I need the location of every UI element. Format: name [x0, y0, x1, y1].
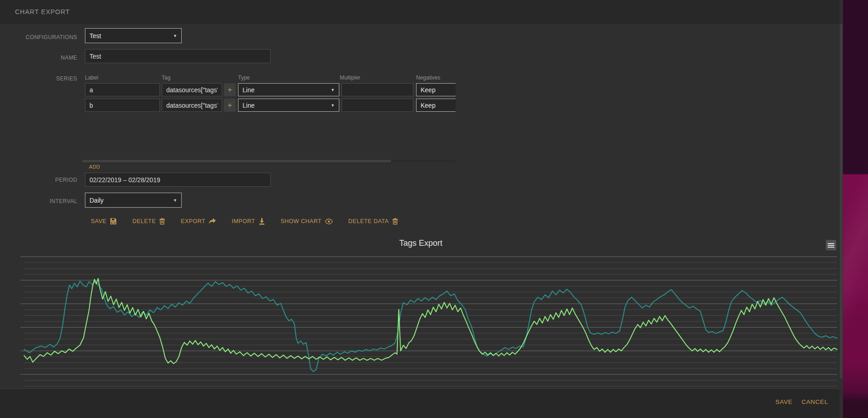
- series-col-negatives: Negatives: [416, 75, 440, 81]
- series-horizontal-scrollbar[interactable]: [82, 160, 456, 162]
- delete-config-button[interactable]: DELETE: [132, 218, 165, 225]
- chart-context-menu-button[interactable]: [826, 240, 836, 250]
- series-row-label-input[interactable]: [85, 83, 160, 96]
- series-col-multiplier: Multipler: [340, 75, 360, 81]
- interval-select-value: Daily: [89, 197, 104, 204]
- series-col-label: Label: [85, 75, 98, 81]
- series-line-a: [24, 281, 837, 372]
- name-label: NAME: [0, 55, 77, 61]
- background-wallpaper-strip: [843, 0, 868, 418]
- plus-icon: +: [228, 101, 232, 109]
- chart-export-panel: CHART EXPORT CONFIGURATIONS Test ▼ NAME …: [0, 0, 839, 418]
- delete-data-button[interactable]: DELETE DATA: [348, 218, 398, 225]
- save-config-label: SAVE: [91, 218, 106, 224]
- period-label: PERIOD: [0, 177, 77, 183]
- series-label: SERIES: [0, 75, 77, 82]
- cancel-button[interactable]: CANCEL: [802, 398, 828, 405]
- trash-icon: [159, 218, 165, 225]
- add-tag-button[interactable]: +: [224, 99, 236, 112]
- header-bar: CHART EXPORT: [0, 0, 839, 24]
- series-multiplier-input[interactable]: [342, 99, 413, 112]
- series-row-tag-input[interactable]: [162, 83, 222, 96]
- configurations-select-value: Test: [89, 32, 101, 40]
- chevron-down-icon: ▼: [331, 103, 335, 108]
- series-negatives-select[interactable]: Keep: [416, 99, 456, 112]
- series-negatives-value: Keep: [421, 102, 436, 109]
- add-series-button[interactable]: ADD: [89, 164, 100, 169]
- eye-icon: [325, 219, 333, 224]
- vertical-scrollbar[interactable]: [839, 0, 843, 418]
- chart-plot: [0, 252, 839, 389]
- series-row-tag-input[interactable]: [162, 99, 222, 112]
- import-label: IMPORT: [232, 218, 255, 224]
- series-negatives-value: Keep: [421, 86, 436, 94]
- delete-config-label: DELETE: [132, 218, 156, 224]
- share-icon: [208, 218, 216, 225]
- export-label: EXPORT: [181, 218, 205, 224]
- show-chart-button[interactable]: SHOW CHART: [281, 218, 333, 224]
- chevron-down-icon: ▼: [173, 34, 177, 38]
- page-title: CHART EXPORT: [15, 8, 70, 15]
- show-chart-label: SHOW CHART: [281, 218, 322, 224]
- series-col-type: Type: [238, 75, 250, 81]
- series-negatives-select[interactable]: Keep: [416, 83, 456, 96]
- interval-select[interactable]: Daily ▼: [85, 193, 182, 208]
- chevron-down-icon: ▼: [331, 88, 335, 92]
- series-type-value: Line: [243, 86, 254, 94]
- name-input[interactable]: [85, 49, 271, 63]
- series-row-label-input[interactable]: [85, 99, 160, 112]
- series-type-select[interactable]: Line ▼: [238, 83, 339, 96]
- configurations-select[interactable]: Test ▼: [85, 28, 182, 43]
- delete-data-label: DELETE DATA: [348, 218, 389, 224]
- export-button[interactable]: EXPORT: [181, 218, 216, 225]
- plus-icon: +: [228, 85, 232, 94]
- menu-icon: [828, 243, 834, 244]
- series-multiplier-input[interactable]: [342, 83, 413, 96]
- series-type-select[interactable]: Line ▼: [238, 99, 339, 112]
- configurations-label: CONFIGURATIONS: [0, 34, 77, 40]
- scrollbar-thumb[interactable]: [840, 24, 843, 378]
- interval-label: INTERVAL: [0, 198, 77, 204]
- footer-bar: SAVE CANCEL: [0, 388, 839, 418]
- add-tag-button[interactable]: +: [224, 83, 236, 96]
- chevron-down-icon: ▼: [173, 198, 177, 203]
- import-button[interactable]: IMPORT: [232, 218, 265, 225]
- save-config-button[interactable]: SAVE: [91, 218, 117, 225]
- chart-title: Tags Export: [0, 239, 842, 248]
- action-buttons-row: SAVE DELETE EXPORT IMPORT: [91, 218, 398, 225]
- save-button[interactable]: SAVE: [775, 398, 792, 405]
- trash-icon: [392, 218, 398, 225]
- download-icon: [258, 218, 265, 225]
- series-col-tag: Tag: [162, 75, 170, 81]
- series-type-value: Line: [243, 102, 254, 109]
- series-table: Label Tag Type Multipler Negatives + Lin…: [82, 73, 456, 172]
- period-input[interactable]: [85, 173, 271, 187]
- scrollbar-thumb[interactable]: [82, 160, 391, 162]
- save-icon: [109, 218, 117, 225]
